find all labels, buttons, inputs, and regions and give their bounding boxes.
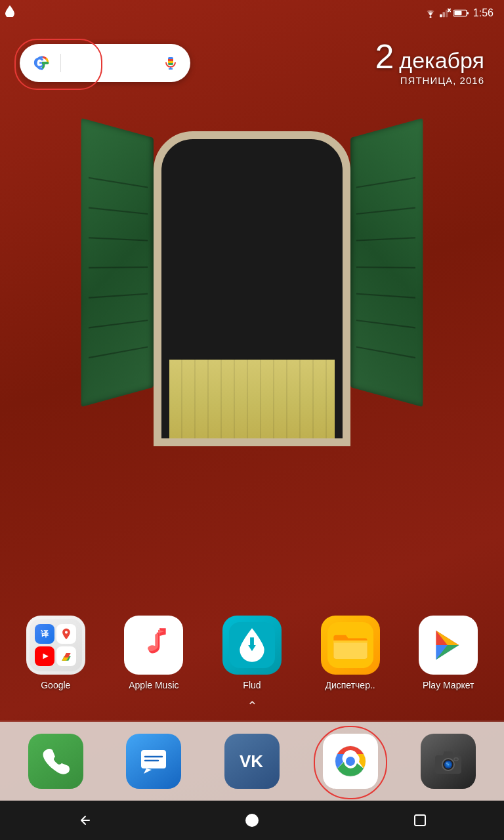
svg-rect-27 bbox=[141, 750, 166, 768]
google-search-bar[interactable]: G bbox=[20, 44, 190, 82]
water-drop-icon bbox=[5, 5, 14, 17]
file-manager-label: Диспетчер.. bbox=[325, 680, 375, 690]
apple-music-label: Apple Music bbox=[129, 680, 178, 690]
play-market-icon bbox=[425, 622, 471, 668]
status-time: 1:56 bbox=[473, 7, 494, 19]
search-area: G bbox=[0, 26, 504, 93]
status-bar: 1:56 bbox=[0, 0, 504, 26]
play-market-label: Play Маркет bbox=[423, 680, 474, 690]
svg-rect-25 bbox=[333, 640, 367, 643]
svg-rect-16 bbox=[168, 57, 173, 59]
battery-icon bbox=[453, 9, 469, 18]
svg-point-41 bbox=[245, 814, 259, 827]
date-display: 2 декабря ПЯТНИЦА, 2016 bbox=[375, 39, 484, 86]
signal-icon bbox=[439, 9, 451, 18]
google-logo: G bbox=[30, 51, 54, 75]
google-app[interactable]: 译 bbox=[13, 616, 98, 690]
translate-icon: 译 bbox=[35, 624, 54, 644]
dock: VK bbox=[0, 722, 504, 801]
youtube-icon bbox=[35, 646, 54, 666]
svg-rect-3 bbox=[446, 10, 448, 17]
svg-rect-11 bbox=[42, 62, 48, 64]
svg-marker-20 bbox=[43, 653, 48, 658]
svg-rect-8 bbox=[454, 11, 461, 15]
flud-app[interactable]: Flud bbox=[209, 616, 295, 690]
svg-rect-18 bbox=[168, 61, 173, 63]
svg-rect-1 bbox=[440, 14, 442, 17]
vk-app[interactable]: VK bbox=[219, 734, 285, 789]
chrome-app[interactable] bbox=[318, 734, 383, 789]
phone-icon bbox=[39, 745, 72, 778]
phone-app[interactable] bbox=[23, 734, 89, 789]
apple-music-app[interactable]: Apple Music bbox=[111, 616, 196, 690]
svg-rect-21 bbox=[131, 622, 177, 668]
nav-bar bbox=[0, 801, 504, 840]
mic-icon[interactable] bbox=[161, 54, 180, 72]
svg-rect-39 bbox=[454, 758, 458, 761]
nav-back-button[interactable] bbox=[64, 801, 104, 840]
drive-icon bbox=[56, 646, 76, 666]
date-day: 2 bbox=[375, 39, 394, 74]
date-month: декабря bbox=[399, 49, 484, 72]
play-market-app[interactable]: Play Маркет bbox=[406, 616, 491, 690]
ui-overlay: 1:56 G bbox=[0, 0, 504, 840]
camera-app[interactable] bbox=[415, 734, 481, 789]
svg-point-0 bbox=[429, 16, 431, 18]
nav-recent-button[interactable] bbox=[400, 801, 440, 840]
svg-rect-17 bbox=[168, 59, 173, 61]
drawer-arrow-icon: ⌃ bbox=[247, 698, 258, 714]
apple-music-icon bbox=[131, 622, 177, 668]
flud-icon bbox=[229, 622, 275, 668]
svg-text:VK: VK bbox=[240, 751, 263, 771]
app-drawer-indicator[interactable]: ⌃ bbox=[0, 694, 504, 721]
wifi-icon bbox=[425, 9, 436, 18]
svg-rect-23 bbox=[250, 637, 254, 646]
camera-icon bbox=[432, 745, 465, 778]
file-manager-icon bbox=[327, 622, 373, 668]
app-row: 译 bbox=[0, 609, 504, 694]
status-icons bbox=[425, 9, 469, 18]
svg-rect-2 bbox=[442, 12, 445, 17]
google-label: Google bbox=[41, 680, 70, 690]
svg-rect-7 bbox=[467, 12, 469, 14]
flud-label: Flud bbox=[243, 680, 261, 690]
svg-rect-42 bbox=[415, 815, 425, 826]
maps-icon bbox=[56, 624, 76, 644]
vk-icon: VK bbox=[236, 745, 268, 778]
svg-point-40 bbox=[448, 764, 450, 766]
nav-home-button[interactable] bbox=[232, 801, 272, 840]
file-manager-app[interactable]: Диспетчер.. bbox=[308, 616, 393, 690]
messages-app[interactable] bbox=[121, 734, 186, 789]
svg-rect-19 bbox=[168, 63, 173, 65]
svg-point-33 bbox=[346, 757, 355, 766]
date-weekday: ПЯТНИЦА, 2016 bbox=[375, 75, 484, 86]
search-divider bbox=[60, 54, 61, 72]
messages-icon bbox=[137, 745, 170, 778]
chrome-icon bbox=[334, 745, 367, 778]
